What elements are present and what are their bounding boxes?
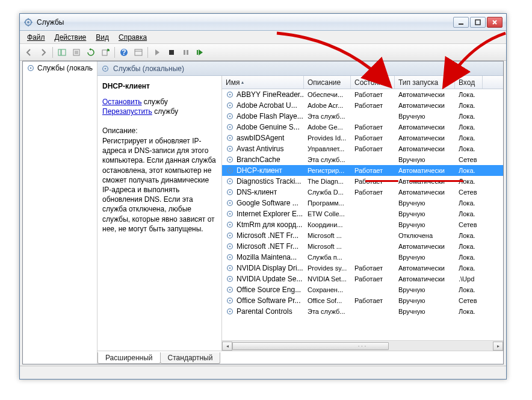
refresh-button[interactable]: [84, 46, 97, 59]
tab-extended[interactable]: Расширенный: [97, 352, 161, 364]
svg-point-38: [229, 137, 231, 139]
cell-name: BranchCache: [222, 155, 304, 164]
cell-name: KtmRm для коорд...: [222, 220, 304, 229]
cell-desc: Служба D...: [304, 189, 351, 196]
table-row[interactable]: Adobe Genuine S...Adobe Ge...РаботаетАвт…: [222, 122, 503, 133]
cell-startup: Автоматически: [395, 189, 455, 196]
minimize-button[interactable]: [453, 17, 469, 28]
description-pane: DHCP-клиент Остановить службу Перезапуст…: [97, 76, 222, 351]
table-row[interactable]: DNS-клиентСлужба D...РаботаетАвтоматичес…: [222, 187, 503, 198]
svg-point-32: [229, 105, 231, 107]
table-row[interactable]: Office Software Pr...Office Sof...Работа…: [222, 295, 503, 306]
cell-logon: Лока.: [455, 178, 483, 185]
table-row[interactable]: KtmRm для коорд...Координи...ВручнуюСете…: [222, 219, 503, 230]
cell-startup: Автоматически: [395, 123, 455, 131]
list-body[interactable]: ABBYY FineReader...Обеспечи...РаботаетАв…: [222, 89, 503, 340]
svg-point-64: [229, 278, 231, 280]
cell-name: Internet Explorer E...: [222, 210, 304, 218]
close-button[interactable]: [487, 17, 503, 28]
table-row[interactable]: Avast AntivirusУправляет...РаботаетАвтом…: [222, 143, 503, 154]
cell-startup: Вручную: [395, 297, 455, 304]
cell-name: Mozilla Maintena...: [222, 253, 304, 261]
menu-help[interactable]: Справка: [114, 32, 152, 43]
svg-rect-19: [135, 49, 142, 55]
cell-desc: Обеспечи...: [304, 91, 351, 98]
col-header-startup[interactable]: Тип запуска: [395, 76, 455, 89]
col-header-desc[interactable]: Описание: [304, 76, 351, 89]
cell-logon: Лока.: [455, 264, 483, 272]
cell-startup: Автоматически: [395, 243, 455, 250]
svg-rect-21: [169, 50, 174, 55]
table-row[interactable]: NVIDIA Display Dri...Provides sy...Работ…: [222, 263, 503, 273]
scroll-left-button[interactable]: ◂: [222, 342, 232, 351]
pause-button[interactable]: [179, 46, 193, 59]
play-button[interactable]: [150, 46, 164, 59]
table-row[interactable]: Diagnostics Tracki...The Diagn...Работае…: [222, 176, 503, 187]
svg-rect-10: [58, 49, 61, 55]
menu-view[interactable]: Вид: [91, 32, 114, 43]
table-row[interactable]: Parental ControlsЭта служб...ВручнуюЛока…: [222, 306, 503, 317]
cell-startup: Автоматически: [395, 178, 455, 185]
table-row[interactable]: Office Source Eng...Сохранен...ВручнуюЛо…: [222, 284, 503, 295]
table-row[interactable]: DHCP-клиентРегистрир...РаботаетАвтоматич…: [222, 165, 503, 176]
tab-standard[interactable]: Стандартный: [160, 352, 221, 364]
cell-startup: Вручную: [395, 210, 455, 217]
restart-button[interactable]: [194, 46, 207, 59]
cell-state: Работает: [351, 123, 395, 131]
window-title: Службы: [37, 18, 453, 27]
tree-root-item[interactable]: Службы (локаль: [23, 61, 97, 75]
restart-link[interactable]: Перезапустить: [102, 107, 152, 116]
svg-rect-22: [184, 50, 185, 55]
maximize-button[interactable]: [470, 17, 486, 28]
table-row[interactable]: Microsoft .NET Fr...Microsoft ...Отключе…: [222, 230, 503, 241]
table-row[interactable]: Adobe Flash Playe...Эта служб...ВручнуюЛ…: [222, 111, 503, 122]
cell-logon: Сетев: [455, 221, 483, 228]
tree-pane[interactable]: Службы (локаль: [23, 61, 97, 364]
table-row[interactable]: aswbIDSAgentProvides Id...РаботаетАвтома…: [222, 133, 503, 143]
nav-back-button[interactable]: [22, 46, 36, 59]
table-row[interactable]: Microsoft .NET Fr...Microsoft ...Автомат…: [222, 241, 503, 252]
cell-name: Office Source Eng...: [222, 286, 304, 294]
table-row[interactable]: NVIDIA Update Se...NVIDIA Set...Работает…: [222, 273, 503, 284]
export-button[interactable]: [99, 46, 112, 59]
cell-name: DNS-клиент: [222, 188, 304, 196]
scroll-right-button[interactable]: ▸: [493, 342, 503, 351]
cell-desc: Adobe Ge...: [304, 123, 351, 131]
col-header-state[interactable]: Состояние: [351, 76, 395, 89]
nav-forward-button[interactable]: [37, 46, 50, 59]
properties-button[interactable]: [70, 46, 83, 59]
help-button[interactable]: ?: [117, 46, 131, 59]
cell-desc: Office Sof...: [304, 297, 351, 304]
table-row[interactable]: Internet Explorer E...ETW Colle...Вручну…: [222, 208, 503, 219]
cell-startup: Вручную: [395, 156, 455, 163]
cell-name: DHCP-клиент: [222, 166, 304, 175]
col-header-logon[interactable]: Вход: [455, 76, 483, 89]
table-row[interactable]: Google Software ...Программ...ВручнуюЛок…: [222, 198, 503, 208]
menu-file[interactable]: Файл: [22, 32, 50, 43]
gear-icon: [226, 242, 234, 251]
services-icon: [23, 17, 33, 27]
table-row[interactable]: ABBYY FineReader...Обеспечи...РаботаетАв…: [222, 89, 503, 100]
selected-service-name: DHCP-клиент: [102, 82, 217, 90]
list-icon-button[interactable]: [132, 46, 145, 59]
show-hide-tree-button[interactable]: [55, 46, 69, 59]
horizontal-scrollbar[interactable]: ◂ ··· ▸: [222, 340, 503, 351]
scroll-track[interactable]: ···: [232, 342, 493, 351]
titlebar[interactable]: Службы: [20, 14, 506, 31]
table-row[interactable]: Adobe Acrobat U...Adobe Acr...РаботаетАв…: [222, 100, 503, 111]
cell-name: Office Software Pr...: [222, 296, 304, 305]
cell-logon: Лока.: [455, 113, 483, 120]
sort-asc-icon: ▴: [241, 80, 244, 85]
cell-name: Diagnostics Tracki...: [222, 177, 304, 186]
col-header-name[interactable]: Имя▴: [222, 76, 304, 89]
cell-name: Parental Controls: [222, 307, 304, 316]
table-row[interactable]: Mozilla Maintena...Служба п...ВручнуюЛок…: [222, 252, 503, 263]
menu-action[interactable]: Действие: [50, 32, 91, 43]
cell-logon: Лока.: [455, 232, 483, 239]
stop-button[interactable]: [165, 46, 178, 59]
cell-startup: Отключена: [395, 232, 455, 239]
table-row[interactable]: BranchCacheЭта служб...ВручнуюСетев: [222, 154, 503, 165]
svg-point-46: [229, 181, 231, 183]
svg-point-56: [229, 235, 231, 237]
stop-link[interactable]: Остановить: [102, 98, 142, 106]
